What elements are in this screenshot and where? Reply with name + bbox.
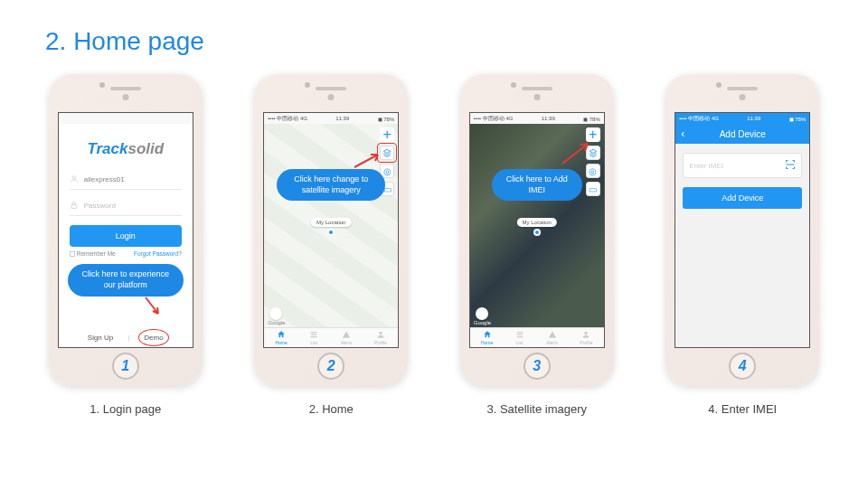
add-device-body: Enter IMEI Add Device [675,144,809,347]
tab-list[interactable]: List [515,330,524,345]
map-tool-button-2[interactable]: ▭ [586,182,600,196]
callout-login: Click here to experience our platform [68,264,184,296]
svg-rect-4 [311,336,317,337]
phone-col-add-device: •••• 中国移动 4G 11:39 ◼ 78% ‹ Add Device En… [652,74,833,416]
caption-home: 2. Home [309,402,354,416]
status-time: 11:39 [747,116,760,121]
phone-camera-icon [328,94,335,100]
phone-frame: •••• 中国移动 4G 11:39 ◼ 78% + ◎ ▭ Click her… [254,74,408,386]
phone-home-button: 4 [729,353,756,380]
profile-icon [376,330,385,339]
username-value: aliexpress01 [84,175,125,184]
tab-profile[interactable]: Profile [374,330,387,345]
password-field[interactable]: Password [70,195,182,216]
phone-frame: Tracksolid aliexpress01 Password Login R… [49,74,203,386]
caption-add-device: 4. Enter IMEI [708,402,777,416]
scan-icon[interactable] [785,159,796,172]
home-icon [277,330,286,339]
username-field[interactable]: aliexpress01 [70,169,182,190]
phone-frame: •••• 中国移动 4G 11:39 ◼ 78% + ◎ ▭ Click her… [460,74,614,386]
location-pin-icon [327,229,335,236]
phone-home-button: 1 [112,353,139,380]
status-bar: •••• 中国移动 4G 11:39 ◼ 78% [470,113,604,124]
signup-link[interactable]: Sign Up [88,334,113,342]
phone-camera-icon [533,94,540,100]
remember-checkbox[interactable]: Remember Me [70,250,116,257]
phone-number-badge: 3 [533,358,541,374]
status-time: 11:39 [335,116,349,121]
remember-row: Remember Me Forgot Password? [70,250,182,257]
svg-rect-7 [516,334,523,335]
status-bar: •••• 中国移动 4G 11:39 ◼ 78% [675,113,809,124]
add-device-button[interactable]: Add Device [683,187,802,209]
add-device-screen: •••• 中国移动 4G 11:39 ◼ 78% ‹ Add Device En… [675,112,810,348]
phone-col-home: •••• 中国移动 4G 11:39 ◼ 78% + ◎ ▭ Click her… [241,74,421,416]
back-button[interactable]: ‹ [681,127,684,140]
phone-home-button: 3 [524,353,551,380]
lock-icon [70,201,79,210]
phone-camera-icon [740,94,746,100]
layers-icon [382,148,392,157]
profile-icon [581,330,590,339]
svg-point-9 [585,332,588,334]
home-screen: •••• 中国移动 4G 11:39 ◼ 78% + ◎ ▭ Click her… [263,112,399,348]
tab-bar: Home List Alerts Profile [264,327,398,347]
logo-part2: solid [127,140,164,157]
list-icon [515,330,524,339]
logo-part1: Track [87,140,127,157]
satellite-screen: •••• 中国移动 4G 11:39 ◼ 78% + ◎ ▭ Click her… [469,112,605,348]
svg-rect-3 [311,334,317,335]
status-right: ◼ 78% [378,116,395,122]
imei-placeholder: Enter IMEI [689,162,723,170]
alert-icon [548,330,557,339]
phone-col-satellite: •••• 中国移动 4G 11:39 ◼ 78% + ◎ ▭ Click her… [447,74,627,416]
forgot-password-link[interactable]: Forgot Password? [134,250,182,257]
tab-alerts[interactable]: Alerts [546,330,558,345]
phone-number-badge: 2 [327,358,335,374]
svg-rect-1 [71,205,77,209]
password-placeholder: Password [84,202,116,210]
status-left: •••• 中国移动 4G [268,115,307,123]
status-right: ◼ 78% [583,116,600,122]
signup-row: Sign Up | Demo [59,334,193,342]
callout-home: Click here change to satellite imagery [277,169,385,201]
caption-satellite: 3. Satellite imagery [486,402,587,416]
svg-rect-2 [311,332,317,333]
page-title: 2. Home page [0,0,868,56]
app-logo: Tracksolid [59,140,193,158]
red-arrow-icon [557,140,593,167]
demo-link[interactable]: Demo [144,334,163,342]
caption-login: 1. Login page [90,402,161,416]
red-arrow-icon [140,294,167,321]
status-bar [59,113,193,124]
location-bubble[interactable]: My Location [517,218,557,227]
status-bar: •••• 中国移动 4G 11:39 ◼ 78% [264,113,398,124]
status-right: ◼ 78% [789,116,807,122]
phone-col-login: Tracksolid aliexpress01 Password Login R… [35,74,216,416]
phone-home-button: 2 [317,353,344,380]
google-attribution: Google [268,320,285,325]
svg-point-5 [379,332,382,334]
tab-profile[interactable]: Profile [580,330,592,345]
login-button[interactable]: Login [70,225,182,247]
status-left: •••• 中国移动 4G [474,115,514,123]
list-icon [309,330,318,339]
tab-home[interactable]: Home [481,330,493,345]
compass-icon[interactable] [476,307,488,320]
tab-home[interactable]: Home [275,330,287,345]
tab-alerts[interactable]: Alerts [341,330,353,345]
nav-bar: ‹ Add Device [675,124,809,144]
status-time: 11:39 [542,116,555,121]
phone-camera-icon [122,94,128,100]
status-left: •••• 中国移动 4G [679,115,719,123]
login-screen: Tracksolid aliexpress01 Password Login R… [58,112,193,348]
location-pin-icon [533,229,541,236]
phone-frame: •••• 中国移动 4G 11:39 ◼ 78% ‹ Add Device En… [665,74,819,386]
imei-field[interactable]: Enter IMEI [683,153,802,178]
tab-list[interactable]: List [309,330,318,345]
location-bubble[interactable]: My Location [311,218,351,227]
alert-icon [342,330,351,339]
svg-point-0 [72,176,75,179]
phone-number-badge: 1 [121,358,129,374]
add-device-button[interactable]: + [380,127,394,142]
